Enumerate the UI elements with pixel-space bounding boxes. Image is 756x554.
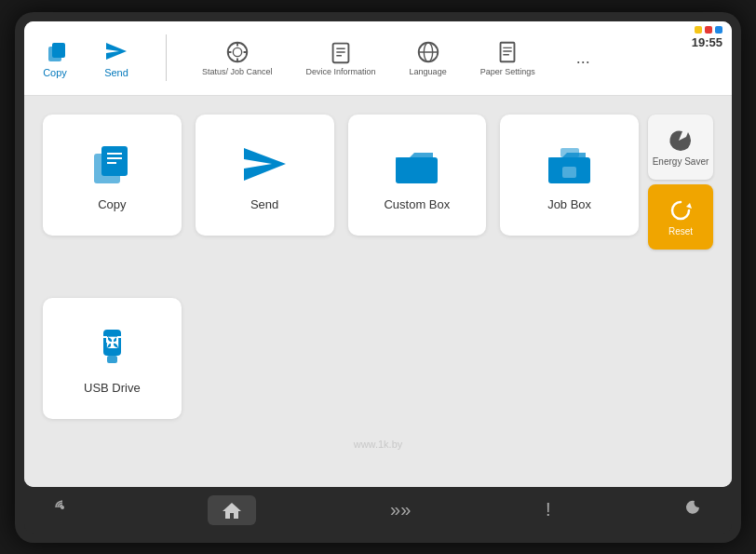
job-box-tile-icon [544,139,595,190]
app-grid: Copy Send Custom Box [43,115,639,468]
status-job-cancel[interactable]: Status/ Job Cancel [195,35,280,81]
svg-rect-26 [396,157,438,183]
sleep-icon[interactable] [685,498,704,521]
device-information[interactable]: Device Information [299,35,384,81]
tile-copy[interactable]: Copy [43,115,182,236]
svg-rect-1 [52,43,65,58]
copy-small-icon [41,37,69,65]
tile-send[interactable]: Send [196,115,334,236]
nfc-icon [52,497,73,522]
more-options-dots: ... [569,45,598,72]
svg-point-39 [61,506,64,509]
reset-icon [668,197,694,223]
svg-point-4 [233,47,241,56]
shortcut-copy[interactable]: Copy [34,34,76,82]
tile-copy-label: Copy [98,197,126,211]
tile-custom-box[interactable]: Custom Box [348,115,487,236]
shortcut-send[interactable]: Send [95,34,138,82]
svg-rect-29 [562,167,576,178]
svg-rect-16 [501,42,515,61]
svg-rect-31 [107,356,117,363]
more-options[interactable]: ... [561,41,605,75]
tile-usb-drive[interactable]: ✠ USB Drive [43,298,182,419]
shortcut-send-label: Send [104,67,128,78]
device-info-label: Device Information [306,67,376,77]
device-info-icon [328,39,354,65]
custom-box-tile-icon [391,139,442,190]
copy-tile-icon [87,139,138,190]
screen: Copy Send [24,21,732,487]
reset-label: Reset [668,226,693,236]
tile-job-box-label: Job Box [547,197,591,211]
alert-icon: ! [546,499,551,520]
top-left-icons: Copy Send [34,34,605,82]
svg-rect-21 [101,146,128,176]
shortcut-copy-label: Copy [43,67,67,78]
reset-button[interactable]: Reset [648,184,713,250]
energy-saver-label: Energy Saver [653,156,709,167]
tile-job-box[interactable]: Job Box [500,115,639,236]
clock: 19:55 [692,35,722,49]
language-label: Language [410,67,447,76]
device-frame: Copy Send [15,12,741,543]
device-bottom-bar: »» ! [24,487,732,534]
usb-tile-icon: ✠ [87,322,138,373]
language-icon [415,39,441,65]
paper-settings-label: Paper Settings [480,67,535,77]
tile-send-label: Send [250,197,278,211]
home-button[interactable] [208,495,256,525]
language[interactable]: Language [402,35,454,80]
svg-marker-25 [244,148,286,181]
send-small-icon [102,37,130,65]
paper-settings[interactable]: Paper Settings [473,35,543,81]
tile-usb-label: USB Drive [84,381,141,395]
color-red [705,26,712,34]
send-tile-icon [239,139,290,190]
top-bar: Copy Send [24,21,732,96]
paper-settings-icon [494,39,520,65]
svg-marker-40 [223,503,241,519]
energy-saver-icon [668,128,694,154]
color-yellow [695,26,702,34]
tile-custom-box-label: Custom Box [384,197,450,211]
top-bar-divider [166,34,167,81]
status-label: Status/ Job Cancel [202,67,273,77]
status-icon [224,39,250,65]
svg-marker-38 [686,203,692,209]
svg-rect-9 [333,43,349,62]
color-blue [715,26,722,34]
time-area: 19:55 [692,26,722,49]
main-content: Copy Send Custom Box [24,96,732,487]
svg-rect-28 [560,148,579,157]
color-indicators [695,26,722,34]
energy-saver-button[interactable]: Energy Saver [648,115,713,180]
svg-marker-2 [106,43,127,60]
forward-icon[interactable]: »» [390,499,411,520]
side-buttons: Energy Saver Reset [648,115,713,468]
home-icon [222,500,242,520]
